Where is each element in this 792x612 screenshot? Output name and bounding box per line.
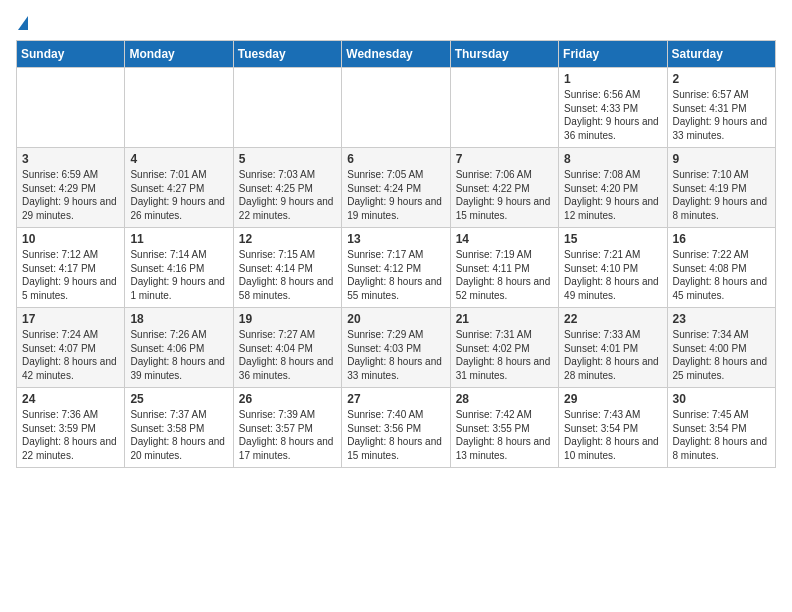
day-info: Sunrise: 6:56 AM (564, 88, 661, 102)
day-info: Sunrise: 7:39 AM (239, 408, 336, 422)
calendar-cell: 4Sunrise: 7:01 AMSunset: 4:27 PMDaylight… (125, 148, 233, 228)
day-number: 8 (564, 152, 661, 166)
day-info: Sunrise: 7:10 AM (673, 168, 770, 182)
day-number: 20 (347, 312, 444, 326)
day-info: Sunrise: 7:34 AM (673, 328, 770, 342)
day-info: Daylight: 9 hours and 36 minutes. (564, 115, 661, 142)
day-number: 7 (456, 152, 553, 166)
day-info: Daylight: 8 hours and 25 minutes. (673, 355, 770, 382)
calendar-cell: 27Sunrise: 7:40 AMSunset: 3:56 PMDayligh… (342, 388, 450, 468)
calendar-cell: 6Sunrise: 7:05 AMSunset: 4:24 PMDaylight… (342, 148, 450, 228)
day-number: 15 (564, 232, 661, 246)
day-info: Sunset: 3:55 PM (456, 422, 553, 436)
calendar-cell (17, 68, 125, 148)
day-info: Daylight: 8 hours and 52 minutes. (456, 275, 553, 302)
day-info: Sunrise: 7:01 AM (130, 168, 227, 182)
day-number: 16 (673, 232, 770, 246)
calendar-cell: 21Sunrise: 7:31 AMSunset: 4:02 PMDayligh… (450, 308, 558, 388)
day-number: 21 (456, 312, 553, 326)
day-info: Sunset: 4:12 PM (347, 262, 444, 276)
day-number: 25 (130, 392, 227, 406)
calendar-cell: 10Sunrise: 7:12 AMSunset: 4:17 PMDayligh… (17, 228, 125, 308)
calendar-body: 1Sunrise: 6:56 AMSunset: 4:33 PMDaylight… (17, 68, 776, 468)
day-info: Sunrise: 7:14 AM (130, 248, 227, 262)
calendar-cell: 7Sunrise: 7:06 AMSunset: 4:22 PMDaylight… (450, 148, 558, 228)
day-info: Sunrise: 7:26 AM (130, 328, 227, 342)
day-info: Sunset: 4:29 PM (22, 182, 119, 196)
calendar-cell: 22Sunrise: 7:33 AMSunset: 4:01 PMDayligh… (559, 308, 667, 388)
day-info: Daylight: 8 hours and 33 minutes. (347, 355, 444, 382)
day-info: Sunset: 4:16 PM (130, 262, 227, 276)
day-info: Daylight: 9 hours and 5 minutes. (22, 275, 119, 302)
calendar-cell: 8Sunrise: 7:08 AMSunset: 4:20 PMDaylight… (559, 148, 667, 228)
day-info: Sunset: 4:07 PM (22, 342, 119, 356)
calendar-cell: 13Sunrise: 7:17 AMSunset: 4:12 PMDayligh… (342, 228, 450, 308)
day-info: Sunset: 4:19 PM (673, 182, 770, 196)
day-number: 13 (347, 232, 444, 246)
calendar-table: SundayMondayTuesdayWednesdayThursdayFrid… (16, 40, 776, 468)
day-number: 12 (239, 232, 336, 246)
day-info: Sunrise: 7:19 AM (456, 248, 553, 262)
day-number: 24 (22, 392, 119, 406)
calendar-cell: 19Sunrise: 7:27 AMSunset: 4:04 PMDayligh… (233, 308, 341, 388)
day-info: Sunrise: 7:08 AM (564, 168, 661, 182)
day-number: 4 (130, 152, 227, 166)
day-of-week-header: Thursday (450, 41, 558, 68)
day-info: Sunset: 3:54 PM (673, 422, 770, 436)
day-number: 18 (130, 312, 227, 326)
day-info: Sunrise: 7:37 AM (130, 408, 227, 422)
calendar-cell: 15Sunrise: 7:21 AMSunset: 4:10 PMDayligh… (559, 228, 667, 308)
day-info: Daylight: 8 hours and 20 minutes. (130, 435, 227, 462)
day-info: Sunrise: 7:17 AM (347, 248, 444, 262)
day-number: 10 (22, 232, 119, 246)
day-number: 11 (130, 232, 227, 246)
day-info: Sunrise: 7:45 AM (673, 408, 770, 422)
day-number: 3 (22, 152, 119, 166)
day-info: Sunset: 4:00 PM (673, 342, 770, 356)
day-info: Sunset: 4:22 PM (456, 182, 553, 196)
day-info: Daylight: 9 hours and 12 minutes. (564, 195, 661, 222)
day-info: Daylight: 9 hours and 1 minute. (130, 275, 227, 302)
day-info: Sunset: 3:58 PM (130, 422, 227, 436)
day-info: Sunset: 4:04 PM (239, 342, 336, 356)
day-of-week-header: Tuesday (233, 41, 341, 68)
day-info: Sunset: 4:14 PM (239, 262, 336, 276)
day-info: Daylight: 8 hours and 58 minutes. (239, 275, 336, 302)
day-info: Sunrise: 6:57 AM (673, 88, 770, 102)
calendar-cell: 3Sunrise: 6:59 AMSunset: 4:29 PMDaylight… (17, 148, 125, 228)
day-info: Sunset: 4:02 PM (456, 342, 553, 356)
day-info: Daylight: 8 hours and 17 minutes. (239, 435, 336, 462)
calendar-cell: 24Sunrise: 7:36 AMSunset: 3:59 PMDayligh… (17, 388, 125, 468)
calendar-cell: 1Sunrise: 6:56 AMSunset: 4:33 PMDaylight… (559, 68, 667, 148)
day-info: Daylight: 8 hours and 42 minutes. (22, 355, 119, 382)
bird-icon (18, 16, 28, 30)
day-info: Daylight: 8 hours and 36 minutes. (239, 355, 336, 382)
calendar-cell (342, 68, 450, 148)
calendar-cell: 17Sunrise: 7:24 AMSunset: 4:07 PMDayligh… (17, 308, 125, 388)
calendar-cell: 28Sunrise: 7:42 AMSunset: 3:55 PMDayligh… (450, 388, 558, 468)
calendar-header: SundayMondayTuesdayWednesdayThursdayFrid… (17, 41, 776, 68)
day-info: Sunset: 4:20 PM (564, 182, 661, 196)
calendar-week-row: 1Sunrise: 6:56 AMSunset: 4:33 PMDaylight… (17, 68, 776, 148)
day-of-week-header: Sunday (17, 41, 125, 68)
day-number: 14 (456, 232, 553, 246)
day-info: Sunrise: 7:12 AM (22, 248, 119, 262)
day-number: 1 (564, 72, 661, 86)
day-number: 29 (564, 392, 661, 406)
day-number: 22 (564, 312, 661, 326)
day-info: Sunrise: 6:59 AM (22, 168, 119, 182)
day-info: Sunrise: 7:06 AM (456, 168, 553, 182)
day-of-week-header: Wednesday (342, 41, 450, 68)
day-info: Sunrise: 7:22 AM (673, 248, 770, 262)
calendar-cell: 2Sunrise: 6:57 AMSunset: 4:31 PMDaylight… (667, 68, 775, 148)
day-info: Sunset: 4:27 PM (130, 182, 227, 196)
day-info: Sunset: 4:08 PM (673, 262, 770, 276)
calendar-week-row: 3Sunrise: 6:59 AMSunset: 4:29 PMDaylight… (17, 148, 776, 228)
day-of-week-header: Monday (125, 41, 233, 68)
day-info: Daylight: 8 hours and 45 minutes. (673, 275, 770, 302)
day-info: Sunset: 4:01 PM (564, 342, 661, 356)
day-info: Daylight: 8 hours and 28 minutes. (564, 355, 661, 382)
calendar-cell: 11Sunrise: 7:14 AMSunset: 4:16 PMDayligh… (125, 228, 233, 308)
day-number: 23 (673, 312, 770, 326)
calendar-cell: 16Sunrise: 7:22 AMSunset: 4:08 PMDayligh… (667, 228, 775, 308)
